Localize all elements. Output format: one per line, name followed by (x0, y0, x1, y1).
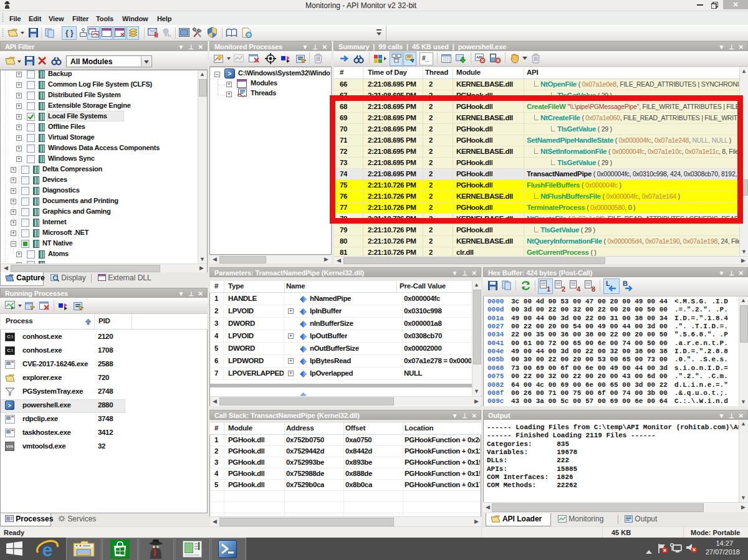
svg-text:?: ? (247, 32, 251, 38)
